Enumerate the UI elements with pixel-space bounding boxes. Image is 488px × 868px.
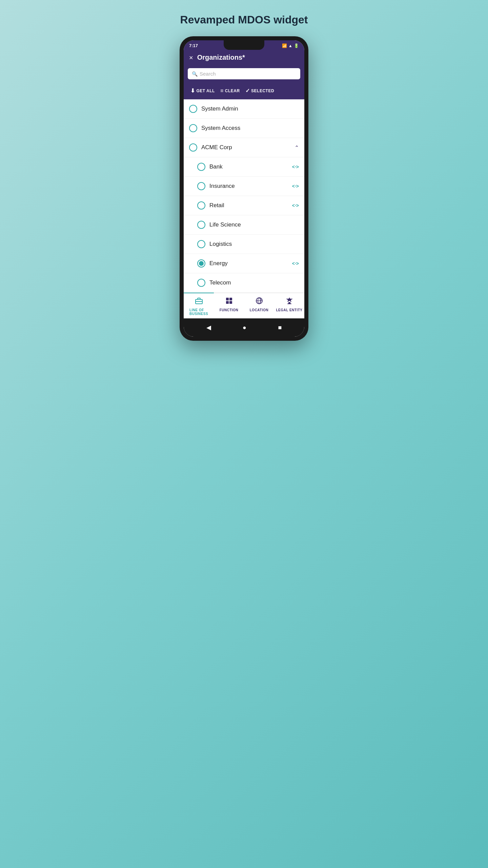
item-label-retail: Retail [209, 202, 292, 209]
header-title: Organizations* [197, 54, 245, 61]
item-label-acme-corp: ACME Corp [201, 144, 294, 151]
radio-acme-corp[interactable] [189, 143, 197, 152]
radio-bank[interactable] [197, 163, 205, 171]
radio-energy[interactable] [197, 259, 205, 268]
item-label-insurance: Insurance [209, 183, 292, 190]
tab-legal-entity[interactable]: LEGAL ENTITY [274, 293, 304, 318]
tab-location[interactable]: LOCATION [244, 293, 274, 318]
recent-button[interactable]: ■ [274, 323, 286, 333]
svg-rect-12 [287, 303, 291, 304]
item-label-system-admin: System Admin [201, 105, 299, 112]
list-item[interactable]: Life Science [184, 215, 304, 235]
item-label-life-science: Life Science [209, 221, 299, 228]
list-item[interactable]: Logistics [184, 235, 304, 254]
battery-icon: 🔋 [294, 43, 299, 48]
tab-label-function: FUNCTION [220, 308, 239, 312]
svg-rect-5 [229, 301, 232, 304]
radio-insurance[interactable] [197, 182, 205, 190]
phone-notch [224, 40, 264, 50]
get-all-label: GET ALL [197, 88, 215, 93]
list-item[interactable]: ACME Corp ⌃ [184, 138, 304, 157]
list-item[interactable]: System Admin [184, 99, 304, 119]
svg-rect-4 [226, 301, 229, 304]
function-icon [225, 297, 233, 307]
download-icon: ⬇ [190, 87, 195, 94]
search-input[interactable]: Search [200, 71, 296, 77]
radio-life-science[interactable] [197, 221, 205, 229]
list-item[interactable]: Energy <⋅> [184, 254, 304, 273]
tab-line-of-business[interactable]: LINE OFBUSINESS [184, 293, 214, 318]
phone-screen: 7:17 📶 ▲ 🔋 × Organizations* 🔍 Search ⬇ G… [184, 40, 304, 337]
clear-button[interactable]: ≡ CLEAR [218, 86, 243, 95]
list-item[interactable]: Bank <⋅> [184, 157, 304, 177]
search-container: 🔍 Search [184, 65, 304, 83]
bottom-tabs: LINE OFBUSINESS FUNCTION [184, 293, 304, 318]
code-icon[interactable]: <⋅> [292, 203, 299, 208]
close-button[interactable]: × [189, 54, 193, 61]
check-icon: ✓ [245, 87, 250, 94]
wifi-icon: ▲ [288, 43, 292, 48]
tab-label-legal-entity: LEGAL ENTITY [276, 308, 302, 312]
item-label-telecom: Telecom [209, 279, 299, 286]
tab-label-lob: LINE OFBUSINESS [189, 308, 208, 316]
filter-icon: ≡ [220, 88, 224, 94]
status-time: 7:17 [189, 43, 198, 48]
svg-rect-3 [229, 298, 232, 300]
home-button[interactable]: ● [239, 323, 250, 333]
item-label-logistics: Logistics [209, 241, 299, 248]
sim-icon: 📶 [282, 43, 287, 48]
toolbar: ⬇ GET ALL ≡ CLEAR ✓ SELECTED [184, 83, 304, 99]
page-title: Revamped MDOS widget [180, 14, 308, 26]
selected-label: SELECTED [251, 88, 274, 93]
location-icon [255, 297, 263, 307]
search-icon: 🔍 [192, 71, 198, 77]
code-icon[interactable]: <⋅> [292, 261, 299, 266]
code-icon[interactable]: <⋅> [292, 183, 299, 189]
radio-system-access[interactable] [189, 124, 197, 132]
list-item[interactable]: Retail <⋅> [184, 196, 304, 215]
tab-label-location: LOCATION [250, 308, 268, 312]
get-all-button[interactable]: ⬇ GET ALL [188, 86, 218, 95]
svg-point-10 [260, 299, 261, 300]
list-item[interactable]: System Access [184, 119, 304, 138]
clear-label: CLEAR [225, 88, 240, 93]
search-bar[interactable]: 🔍 Search [188, 68, 300, 79]
item-label-bank: Bank [209, 163, 292, 170]
collapse-icon[interactable]: ⌃ [294, 144, 299, 151]
radio-telecom[interactable] [197, 279, 205, 287]
list-container: System Admin System Access ACME Corp ⌃ B… [184, 99, 304, 293]
tab-function[interactable]: FUNCTION [214, 293, 244, 318]
selected-button[interactable]: ✓ SELECTED [243, 86, 277, 95]
legal-entity-icon [285, 297, 293, 307]
briefcase-icon [195, 297, 203, 307]
item-label-energy: Energy [209, 260, 292, 267]
phone-frame: 7:17 📶 ▲ 🔋 × Organizations* 🔍 Search ⬇ G… [180, 36, 308, 341]
radio-logistics[interactable] [197, 240, 205, 248]
radio-retail[interactable] [197, 201, 205, 210]
app-header: × Organizations* [184, 50, 304, 65]
status-icons: 📶 ▲ 🔋 [282, 43, 299, 48]
list-item[interactable]: Telecom [184, 273, 304, 293]
radio-system-admin[interactable] [189, 105, 197, 113]
back-button[interactable]: ◀ [202, 322, 215, 333]
list-item[interactable]: Insurance <⋅> [184, 177, 304, 196]
item-label-system-access: System Access [201, 125, 299, 132]
svg-rect-2 [226, 298, 229, 300]
code-icon[interactable]: <⋅> [292, 164, 299, 170]
nav-bar: ◀ ● ■ [184, 318, 304, 337]
